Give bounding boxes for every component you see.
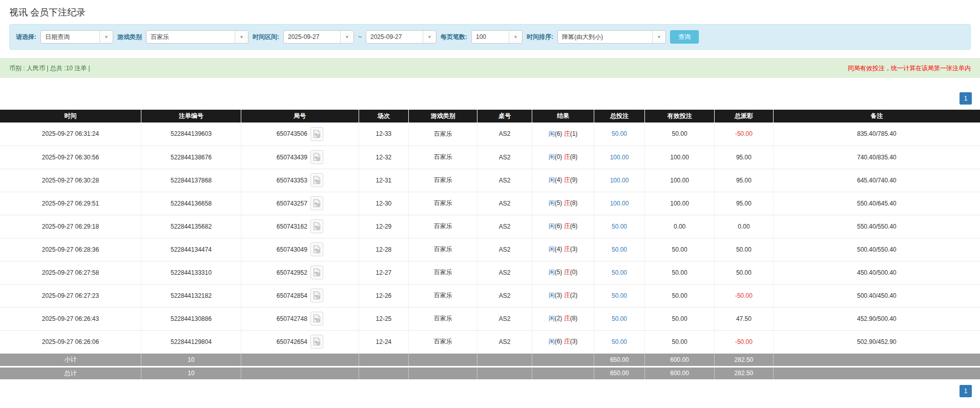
subtotal-empty-cell <box>359 353 409 366</box>
page-title: 视讯 会员下注纪录 <box>9 6 980 18</box>
table-number-cell: AS2 <box>477 261 532 284</box>
game-type-cell: 百家乐 <box>409 238 477 261</box>
round-number: 650743162 <box>277 223 307 230</box>
banker-result: 庄(3) <box>564 338 578 345</box>
note-cell: 450.40/500.40 <box>773 261 980 284</box>
chevron-down-icon[interactable]: ▼ <box>509 31 522 43</box>
video-replay-button[interactable] <box>310 219 323 233</box>
table-row: 2025-09-27 06:30:28522844137868650743353… <box>0 169 980 192</box>
subtotal-empty-cell <box>773 353 980 366</box>
query-type-value: 日期查询 <box>41 31 99 43</box>
chevron-down-icon[interactable]: ▼ <box>235 31 248 43</box>
total-count: 10 <box>141 366 241 380</box>
video-replay-button[interactable] <box>310 312 323 325</box>
game-type-cell: 百家乐 <box>409 284 477 307</box>
total-bet-cell: 100.00 <box>594 169 644 192</box>
video-replay-button[interactable] <box>310 173 323 187</box>
video-replay-icon <box>313 153 321 161</box>
video-replay-button[interactable] <box>310 242 323 256</box>
game-type-cell: 百家乐 <box>409 123 477 146</box>
total-bet-link[interactable]: 50.00 <box>612 292 627 299</box>
round-cell: 650743257 <box>241 192 359 215</box>
total-bet-link[interactable]: 50.00 <box>612 269 627 276</box>
chevron-down-icon[interactable]: ▼ <box>340 31 353 43</box>
column-header: 游戏类别 <box>409 110 477 123</box>
player-result: 闲(4) <box>549 176 562 183</box>
total-bet-link[interactable]: 50.00 <box>612 315 627 322</box>
player-result: 闲(3) <box>549 292 562 299</box>
chevron-down-icon[interactable]: ▼ <box>423 31 436 43</box>
total-bet-cell: 50.00 <box>594 330 644 353</box>
grand-total-row: 总计 10 650.00 600.00 282.50 <box>0 366 980 380</box>
table-row: 2025-09-27 06:31:24522844139603650743506… <box>0 123 980 146</box>
video-replay-button[interactable] <box>310 335 323 349</box>
page-1-button[interactable]: 1 <box>960 385 972 397</box>
currency-total-text: 币别 : 人民币 | 总共 :10 注单 | <box>9 64 90 73</box>
session-cell: 12-32 <box>359 146 409 169</box>
total-bet-link[interactable]: 100.00 <box>610 154 629 161</box>
time-cell: 2025-09-27 06:27:58 <box>0 261 141 284</box>
subtotal-payout: 282.50 <box>715 353 774 366</box>
table-row: 2025-09-27 06:27:23522844132182650742854… <box>0 284 980 307</box>
payout-cell: 50.00 <box>715 238 774 261</box>
round-number: 650742748 <box>277 315 307 322</box>
time-sort-select[interactable]: 降冪(由大到小) ▼ <box>557 30 666 44</box>
total-bet-link[interactable]: 50.00 <box>612 130 627 137</box>
note-cell: 550.40/645.40 <box>773 192 980 215</box>
time-cell: 2025-09-27 06:30:28 <box>0 169 141 192</box>
chevron-down-icon[interactable]: ▼ <box>652 31 665 43</box>
total-bet-cell: 50.00 <box>594 215 644 238</box>
date-from-value: 2025-09-27 <box>284 31 340 43</box>
video-replay-button[interactable] <box>310 289 323 302</box>
payout-cell: 95.00 <box>715 146 774 169</box>
result-cell: 闲(5) 庄(0) <box>532 261 594 284</box>
table-number-cell: AS2 <box>477 123 532 146</box>
payout-cell: -50.00 <box>715 284 774 307</box>
player-result: 闲(6) <box>549 130 562 137</box>
game-type-select[interactable]: 百家乐 ▼ <box>146 30 248 44</box>
query-type-select[interactable]: 日期查询 ▼ <box>40 30 113 44</box>
page-size-label: 每页笔数: <box>441 33 467 42</box>
video-replay-button[interactable] <box>310 127 323 141</box>
total-empty-cell <box>241 366 359 380</box>
round-number: 650742654 <box>277 338 307 345</box>
video-replay-button[interactable] <box>310 150 323 164</box>
round-cell: 650743439 <box>241 146 359 169</box>
video-replay-icon <box>313 314 321 323</box>
round-number: 650743439 <box>277 154 307 161</box>
select-type-label: 请选择: <box>16 33 36 42</box>
bet-id-cell: 522844130886 <box>141 307 241 330</box>
total-bet-cell: 50.00 <box>594 307 644 330</box>
total-bet-link[interactable]: 50.00 <box>612 223 627 230</box>
player-result: 闲(6) <box>549 222 562 230</box>
video-replay-icon <box>313 222 321 231</box>
banker-result: 庄(8) <box>564 153 578 160</box>
note-cell: 740.40/835.40 <box>773 146 980 169</box>
total-total-bet: 650.00 <box>594 366 644 380</box>
video-replay-button[interactable] <box>310 266 323 279</box>
subtotal-empty-cell <box>477 353 532 366</box>
total-bet-link[interactable]: 50.00 <box>612 338 627 345</box>
table-number-cell: AS2 <box>477 330 532 353</box>
result-cell: 闲(6) 庄(3) <box>532 330 594 353</box>
video-replay-icon <box>313 291 321 300</box>
video-replay-button[interactable] <box>310 196 323 210</box>
total-bet-link[interactable]: 100.00 <box>610 177 629 184</box>
chevron-down-icon[interactable]: ▼ <box>99 31 113 43</box>
table-row: 2025-09-27 06:26:43522844130886650742748… <box>0 307 980 330</box>
page-size-select[interactable]: 100 ▼ <box>471 30 523 44</box>
date-from-select[interactable]: 2025-09-27 ▼ <box>283 30 354 44</box>
bet-id-cell: 522844138676 <box>141 146 241 169</box>
time-sort-value: 降冪(由大到小) <box>558 31 652 43</box>
valid-bet-cell: 50.00 <box>645 123 715 146</box>
date-to-select[interactable]: 2025-09-27 ▼ <box>366 30 436 44</box>
query-button[interactable]: 查询 <box>670 30 699 44</box>
payout-cell: 50.00 <box>715 261 774 284</box>
pagination-bottom: 1 <box>0 385 972 397</box>
table-row: 2025-09-27 06:26:06522844129804650742654… <box>0 330 980 353</box>
page-1-button[interactable]: 1 <box>960 92 972 105</box>
total-bet-link[interactable]: 50.00 <box>612 246 627 253</box>
game-type-cell: 百家乐 <box>409 307 477 330</box>
total-bet-link[interactable]: 100.00 <box>610 200 629 207</box>
result-cell: 闲(6) 庄(6) <box>532 215 594 238</box>
